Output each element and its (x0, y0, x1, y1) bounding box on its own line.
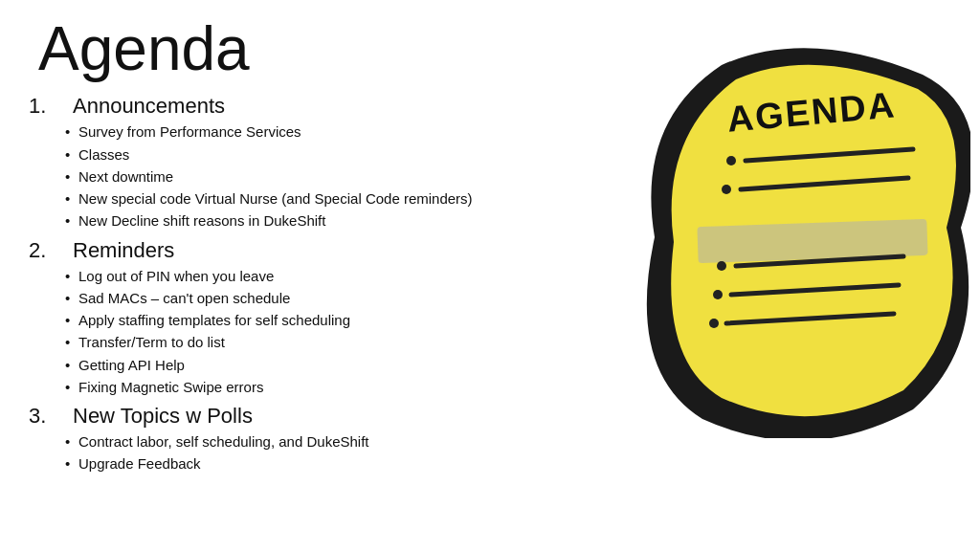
section-item-3: 3.New Topics w PollsContract labor, self… (29, 404, 645, 475)
section-label-3: 3.New Topics w Polls (29, 404, 645, 429)
sub-list-1: Survey from Performance ServicesClassesN… (29, 121, 645, 231)
sub-list-2: Log out of PIN when you leaveSad MACs – … (29, 265, 645, 399)
list-item: Getting API Help (78, 354, 645, 376)
svg-point-6 (726, 156, 736, 165)
list-item: Classes (78, 143, 645, 165)
svg-point-9 (713, 290, 723, 299)
section-title-1: Announcements (73, 94, 225, 119)
list-item: Survey from Performance Services (78, 121, 645, 143)
svg-point-8 (717, 261, 726, 271)
section-item-2: 2.RemindersLog out of PIN when you leave… (29, 238, 645, 399)
svg-point-7 (722, 185, 731, 194)
section-num-2: 2. (29, 238, 56, 263)
list-item: Fixing Magnetic Swipe errors (78, 376, 645, 398)
section-label-1: 1.Announcements (29, 94, 645, 119)
list-item: New special code Virtual Nurse (and Spec… (78, 187, 645, 209)
list-item: Next downtime (78, 165, 645, 187)
section-label-2: 2.Reminders (29, 238, 645, 263)
list-item: Transfer/Term to do list (78, 331, 645, 353)
svg-point-10 (709, 319, 719, 328)
list-item: New Decline shift reasons in DukeShift (78, 209, 645, 231)
list-item: Upgrade Feedback (78, 452, 645, 474)
list-item: Contract labor, self scheduling, and Duk… (78, 430, 645, 452)
agenda-illustration: AGENDA (645, 36, 970, 438)
section-title-3: New Topics w Polls (73, 404, 253, 429)
section-num-1: 1. (29, 94, 56, 119)
list-item: Apply staffing templates for self schedu… (78, 309, 645, 331)
list-item: Sad MACs – can't open schedule (78, 287, 645, 309)
list-item: Log out of PIN when you leave (78, 265, 645, 287)
section-item-1: 1.AnnouncementsSurvey from Performance S… (29, 94, 645, 231)
sub-list-3: Contract labor, self scheduling, and Duk… (29, 430, 645, 475)
section-num-3: 3. (29, 404, 56, 429)
agenda-content: 1.AnnouncementsSurvey from Performance S… (29, 94, 645, 480)
section-title-2: Reminders (73, 238, 174, 263)
